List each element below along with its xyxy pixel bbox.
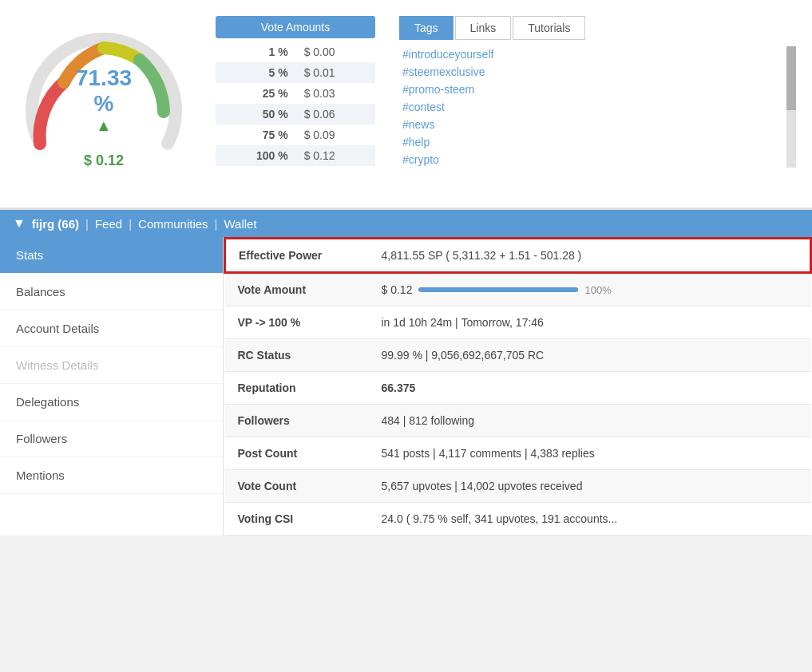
sidebar-item-balances[interactable]: Balances bbox=[0, 274, 223, 310]
nav-sep-1: | bbox=[85, 217, 89, 231]
stats-row: Followers 484 | 812 following bbox=[225, 405, 811, 437]
stats-table: Effective Power 4,811.55 SP ( 5,311.32 +… bbox=[224, 237, 812, 536]
stats-row: VP -> 100 % in 1d 10h 24m | Tomorrow, 17… bbox=[225, 306, 811, 339]
stat-value-cell: in 1d 10h 24m | Tomorrow, 17:46 bbox=[369, 306, 811, 339]
gauge-wrapper: 71.33 % ▲ $ 0.12 bbox=[24, 24, 184, 184]
stat-value-cell: 99.99 % | 9,056,692,667,705 RC bbox=[369, 339, 811, 372]
nav-link-wallet[interactable]: Wallet bbox=[224, 217, 256, 231]
vote-pct: 5 % bbox=[216, 62, 296, 83]
vote-amount: $ 0.12 bbox=[296, 145, 375, 166]
tag-item[interactable]: #steemexclusive bbox=[399, 64, 497, 80]
stat-value-cell: 4,811.55 SP ( 5,311.32 + 1.51 - 501.28 ) bbox=[369, 239, 811, 273]
gauge-container: 71.33 % ▲ $ 0.12 bbox=[16, 16, 192, 192]
tags-list: #introduceyourself#steemexclusive#promo-… bbox=[399, 46, 497, 168]
tags-section: TagsLinksTutorials #introduceyourself#st… bbox=[399, 16, 796, 192]
tab-links[interactable]: Links bbox=[455, 16, 512, 40]
vote-row: 100 %$ 0.12 bbox=[216, 145, 375, 166]
stat-label: Followers bbox=[225, 405, 369, 437]
sidebar: StatsBalancesAccount DetailsWitness Deta… bbox=[0, 237, 224, 536]
vote-amount: $ 0.09 bbox=[296, 125, 375, 145]
vote-row: 5 %$ 0.01 bbox=[216, 62, 375, 83]
vote-row: 50 %$ 0.06 bbox=[216, 104, 375, 125]
vote-amount: $ 0.03 bbox=[296, 83, 375, 104]
stat-value: 24.0 ( 9.75 % self, 341 upvotes, 191 acc… bbox=[382, 512, 618, 525]
sidebar-item-followers[interactable]: Followers bbox=[0, 421, 223, 457]
vote-amount-value: $ 0.12 bbox=[382, 283, 413, 296]
tag-item[interactable]: #contest bbox=[399, 99, 497, 115]
rep-value: 66.375 bbox=[382, 381, 416, 394]
tag-item[interactable]: #help bbox=[399, 134, 497, 150]
nav-sep-2: | bbox=[129, 217, 132, 231]
stats-row: Voting CSI 24.0 ( 9.75 % self, 341 upvot… bbox=[225, 503, 811, 536]
stat-value: in 1d 10h 24m | Tomorrow, 17:46 bbox=[382, 316, 544, 329]
top-section: 71.33 % ▲ $ 0.12 Vote Amounts 1 %$ 0.005… bbox=[0, 0, 812, 210]
gauge-center: 71.33 % ▲ bbox=[64, 65, 144, 135]
vote-pct: 50 % bbox=[216, 104, 296, 125]
nav-chevron-icon: ▼ bbox=[13, 216, 26, 231]
vote-pct: 25 % bbox=[216, 83, 296, 104]
gauge-arrow-icon: ▲ bbox=[64, 117, 144, 135]
nav-link-communities[interactable]: Communities bbox=[138, 217, 208, 231]
tab-tutorials[interactable]: Tutorials bbox=[513, 16, 585, 40]
stats-row: Post Count 541 posts | 4,117 comments | … bbox=[225, 437, 811, 470]
vote-amount: $ 0.06 bbox=[296, 104, 375, 125]
vote-bar bbox=[418, 287, 578, 292]
stat-value-cell: 484 | 812 following bbox=[369, 405, 811, 437]
vote-row: 75 %$ 0.09 bbox=[216, 125, 375, 145]
nav-link-feed[interactable]: Feed bbox=[95, 217, 122, 231]
tag-item[interactable]: #crypto bbox=[399, 152, 497, 168]
tags-scrollbar[interactable] bbox=[786, 46, 796, 168]
stat-value: 99.99 % | 9,056,692,667,705 RC bbox=[382, 349, 545, 362]
sidebar-item-witness-details: Witness Details bbox=[0, 347, 223, 384]
stat-label: Vote Amount bbox=[225, 273, 369, 306]
stat-label: Reputation bbox=[225, 372, 369, 405]
vote-amount: $ 0.01 bbox=[296, 62, 375, 83]
stat-value-cell: 541 posts | 4,117 comments | 4,383 repli… bbox=[369, 437, 811, 470]
stat-value-cell: 24.0 ( 9.75 % self, 341 upvotes, 191 acc… bbox=[369, 503, 811, 536]
vote-bar-fill bbox=[418, 287, 578, 292]
gauge-dollar: $ 0.12 bbox=[84, 152, 124, 169]
tag-item[interactable]: #introduceyourself bbox=[399, 46, 497, 62]
stat-value: 541 posts | 4,117 comments | 4,383 repli… bbox=[382, 447, 595, 460]
stat-label: Effective Power bbox=[225, 239, 369, 273]
vote-pct: 75 % bbox=[216, 125, 296, 145]
vote-row: 1 %$ 0.00 bbox=[216, 42, 375, 62]
stat-label: Post Count bbox=[225, 437, 369, 470]
vote-amount: $ 0.00 bbox=[296, 42, 375, 62]
stats-row: Effective Power 4,811.55 SP ( 5,311.32 +… bbox=[225, 239, 811, 273]
stat-value-cell: 5,657 upvotes | 14,002 upvotes received bbox=[369, 470, 811, 503]
tag-item[interactable]: #news bbox=[399, 117, 497, 132]
sidebar-item-stats[interactable]: Stats bbox=[0, 237, 223, 274]
stats-panel: Effective Power 4,811.55 SP ( 5,311.32 +… bbox=[224, 237, 812, 536]
vote-pct: 1 % bbox=[216, 42, 296, 62]
vote-bar-pct: 100% bbox=[584, 284, 611, 296]
stat-label: VP -> 100 % bbox=[225, 306, 369, 339]
stats-row: Vote Amount $ 0.12 100% bbox=[225, 273, 811, 306]
sidebar-item-account-details[interactable]: Account Details bbox=[0, 310, 223, 347]
vote-amounts-section: Vote Amounts 1 %$ 0.005 %$ 0.0125 %$ 0.0… bbox=[216, 16, 375, 192]
vote-bar-container: $ 0.12 100% bbox=[382, 283, 798, 296]
nav-username[interactable]: fijrg (66) bbox=[32, 217, 79, 231]
stats-row: Vote Count 5,657 upvotes | 14,002 upvote… bbox=[225, 470, 811, 503]
gauge-percent: 71.33 % bbox=[76, 65, 132, 116]
stat-label: RC Status bbox=[225, 339, 369, 372]
sidebar-item-mentions[interactable]: Mentions bbox=[0, 457, 223, 494]
vote-pct: 100 % bbox=[216, 145, 296, 166]
stat-value-cell: $ 0.12 100% bbox=[369, 273, 811, 306]
tabs-header: TagsLinksTutorials bbox=[399, 16, 796, 40]
stat-label: Vote Count bbox=[225, 470, 369, 503]
main-content: StatsBalancesAccount DetailsWitness Deta… bbox=[0, 237, 812, 536]
stat-value: 5,657 upvotes | 14,002 upvotes received bbox=[382, 480, 583, 492]
nav-bar: ▼ fijrg (66) | Feed | Communities | Wall… bbox=[0, 210, 812, 237]
vote-row: 25 %$ 0.03 bbox=[216, 83, 375, 104]
stat-value-cell: 66.375 bbox=[369, 372, 811, 405]
stat-value: 484 | 812 following bbox=[382, 414, 475, 427]
nav-sep-3: | bbox=[215, 217, 218, 231]
stat-label: Voting CSI bbox=[225, 503, 369, 536]
tags-scrollbar-thumb bbox=[786, 46, 796, 110]
sidebar-item-delegations[interactable]: Delegations bbox=[0, 384, 223, 421]
vote-amounts-table: 1 %$ 0.005 %$ 0.0125 %$ 0.0350 %$ 0.0675… bbox=[216, 42, 375, 166]
tag-item[interactable]: #promo-steem bbox=[399, 81, 497, 97]
stat-value: 4,811.55 SP ( 5,311.32 + 1.51 - 501.28 ) bbox=[382, 249, 582, 262]
tab-tags[interactable]: Tags bbox=[399, 16, 454, 40]
